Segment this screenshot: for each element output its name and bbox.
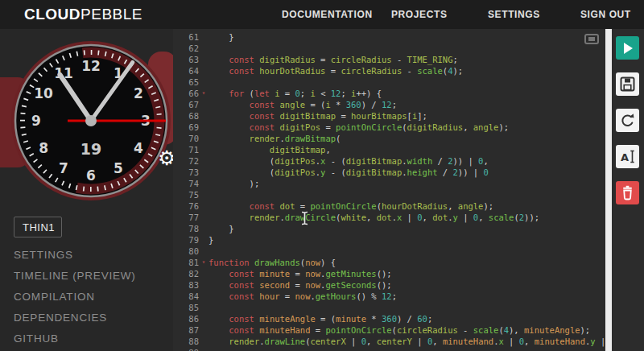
nav-documentation[interactable]: DOCUMENTATION — [282, 0, 373, 29]
fold-spacer — [199, 167, 208, 178]
line-number: 77 — [173, 212, 199, 223]
code-line[interactable]: 88 render.drawLine(centerX | 0, centerY … — [173, 336, 605, 347]
code-line[interactable]: 80 — [173, 246, 605, 257]
fold-spacer — [199, 234, 208, 246]
code-line[interactable]: 85 — [173, 302, 605, 313]
line-number: 84 — [173, 291, 199, 302]
clock-numeral: 6 — [86, 167, 96, 184]
line-number: 81 — [173, 257, 199, 268]
line-number: 67 — [173, 99, 199, 110]
code-line[interactable]: 78 } — [173, 223, 605, 234]
code-line[interactable]: 81▾function drawHands(now) { — [173, 257, 605, 268]
nav-projects[interactable]: PROJECTS — [391, 0, 447, 29]
code-line[interactable]: 86 const minuteAngle = (minute * 360) / … — [173, 313, 605, 324]
cloudpebble-logo[interactable]: CLOUDPEBBLE — [24, 0, 142, 29]
code-editor[interactable]: 61 }6263 const digitRadius = circleRadiu… — [173, 29, 605, 351]
code-text: const minuteAngle = (minute * 360) / 60; — [208, 313, 432, 324]
code-line[interactable]: 77 render.drawCircle(white, dot.x | 0, d… — [173, 212, 605, 223]
sidebar-item-dependencies[interactable]: DEPENDENCIES — [14, 308, 136, 328]
fold-spacer — [199, 347, 208, 351]
line-number: 66 — [173, 88, 199, 99]
code-line[interactable]: 62 — [173, 43, 605, 54]
code-line[interactable]: 75 — [173, 189, 605, 200]
floppy-disk-icon — [616, 72, 639, 96]
clock-numeral: 5 — [114, 160, 123, 176]
nav-sign-out[interactable]: SIGN OUT — [580, 0, 631, 29]
fold-spacer — [199, 133, 208, 144]
right-toolbar: A — [612, 29, 644, 351]
code-line[interactable]: 74 ); — [173, 178, 605, 189]
line-number: 61 — [173, 31, 199, 43]
clock-numeral: 12 — [81, 58, 101, 74]
code-text: const minuteHand = pointOnCircle(circleR… — [208, 324, 590, 336]
code-line[interactable]: 63 const digitRadius = circleRadius - TI… — [173, 54, 605, 65]
code-text: const minute = now.getMinutes(); — [208, 268, 392, 279]
line-number: 88 — [173, 336, 199, 347]
delete-button[interactable] — [616, 181, 639, 204]
line-number: 87 — [173, 324, 199, 336]
fold-spacer — [199, 336, 208, 347]
rename-button[interactable]: A — [616, 145, 639, 168]
fold-spacer — [199, 212, 208, 223]
code-line[interactable]: 84 const hour = now.getHours() % 12; — [173, 291, 605, 302]
fold-spacer — [199, 31, 208, 43]
line-number: 89 — [173, 347, 199, 351]
code-line[interactable]: 73 (digitPos.y - (digitBitmap.height / 2… — [173, 167, 605, 178]
code-text: } — [208, 31, 234, 43]
code-line[interactable]: 61 } — [173, 31, 605, 43]
code-line[interactable]: 87 const minuteHand = pointOnCircle(circ… — [173, 324, 605, 336]
fold-spacer — [199, 155, 208, 167]
code-text: const angle = (i * 360) / 12; — [208, 99, 397, 110]
line-number: 65 — [173, 76, 199, 88]
line-number: 85 — [173, 302, 199, 313]
nav-settings[interactable]: SETTINGS — [488, 0, 540, 29]
code-line[interactable]: 83 const second = now.getSeconds(); — [173, 279, 605, 291]
code-text: const digitPos = pointOnCircle(digitRadi… — [208, 122, 509, 133]
text-cursor-icon: A — [616, 145, 639, 168]
editor-scrollbar[interactable] — [605, 29, 612, 351]
line-number: 63 — [173, 54, 199, 65]
fold-spacer — [199, 144, 208, 155]
fold-spacer — [199, 65, 208, 76]
code-line[interactable]: 72 (digitPos.x - (digitBitmap.width / 2)… — [173, 155, 605, 167]
save-button[interactable] — [616, 72, 639, 96]
code-line[interactable]: 71 digitBitmap, — [173, 144, 605, 155]
fold-spacer — [199, 200, 208, 212]
project-name-tab[interactable]: THIN1 — [14, 217, 62, 237]
code-line[interactable]: 70 render.drawBitmap( — [173, 133, 605, 144]
fold-arrow-icon[interactable]: ▾ — [199, 88, 208, 99]
code-text: const hourDotRadius = circleRadius - sca… — [208, 65, 463, 76]
play-icon — [624, 43, 633, 54]
code-text: render.drawBitmap( — [208, 133, 341, 144]
run-button[interactable] — [616, 36, 639, 60]
sidebar-item-compilation[interactable]: COMPILATION — [14, 287, 136, 308]
reload-button[interactable] — [616, 109, 639, 132]
mouse-cursor-ibeam — [300, 211, 309, 225]
cloudpebble-app: CLOUDPEBBLE DOCUMENTATION PROJECTS SETTI… — [0, 0, 644, 351]
code-line[interactable]: 79} — [173, 234, 605, 246]
reload-icon — [616, 109, 639, 132]
code-line[interactable]: 65 — [173, 76, 605, 88]
code-text: const second = now.getSeconds(); — [208, 279, 392, 291]
code-line[interactable]: 67 const angle = (i * 360) / 12; — [173, 99, 605, 110]
code-line[interactable]: 64 const hourDotRadius = circleRadius - … — [173, 65, 605, 76]
code-line[interactable]: 66▾ for (let i = 0; i < 12; i++) { — [173, 88, 605, 99]
code-line[interactable]: 89 — [173, 347, 605, 351]
fold-spacer — [199, 313, 208, 324]
sidebar-item-timeline[interactable]: TIMELINE (PREVIEW) — [14, 266, 136, 287]
code-line[interactable]: 82 const minute = now.getMinutes(); — [173, 268, 605, 279]
code-line[interactable]: 76 const dot = pointOnCircle(hourDotRadi… — [173, 200, 605, 212]
fold-spacer — [199, 291, 208, 302]
code-text: } — [208, 234, 213, 246]
sidebar-item-github[interactable]: GITHUB — [14, 328, 136, 349]
gear-icon[interactable]: ⚙ — [158, 148, 173, 168]
clock-numeral: 9 — [31, 113, 41, 129]
sidebar-item-settings[interactable]: SETTINGS — [14, 245, 136, 266]
fold-arrow-icon[interactable]: ▾ — [199, 257, 208, 268]
code-line[interactable]: 68 const digitBitmap = hourBitmaps[i]; — [173, 110, 605, 122]
clock-numeral: 8 — [39, 140, 48, 156]
fullscreen-icon[interactable] — [584, 34, 599, 44]
code-text: const dot = pointOnCircle(hourDotRadius,… — [208, 200, 493, 212]
sidebar: 12 1 2 3 4 5 6 7 8 9 10 11 19 ⚙ THIN1 SE… — [0, 29, 173, 351]
code-line[interactable]: 69 const digitPos = pointOnCircle(digitR… — [173, 122, 605, 133]
